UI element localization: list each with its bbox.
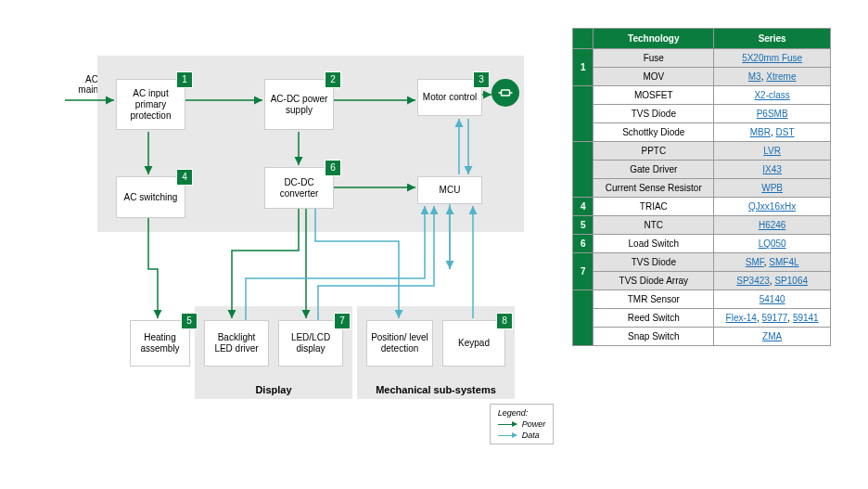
series-link[interactable]: H6246 (759, 220, 785, 230)
block-backlight-led-driver: Backlight LED driver (204, 320, 269, 367)
table-series-cell: 5X20mm Fuse (714, 49, 831, 68)
series-link[interactable]: WPB (761, 183, 783, 193)
series-link[interactable]: 5X20mm Fuse (742, 53, 802, 63)
table-series-cell: QJxx16xHx (714, 198, 831, 216)
series-link[interactable]: MBR (750, 127, 771, 137)
table-row: 6Load SwitchLQ050 (573, 235, 831, 253)
block-label: LED/LCD display (283, 332, 338, 354)
block-heating-assembly: Heating assembly 5 (130, 320, 190, 367)
legend-box: Legend: Power Data (490, 404, 555, 444)
series-link[interactable]: SMF (746, 257, 764, 267)
table-header-num (573, 29, 594, 49)
legend-power-swatch (498, 424, 517, 425)
table-group-number: 5 (573, 216, 594, 235)
table-row: TVS DiodeP6SMB (573, 105, 831, 123)
table-tech-cell: TRIAC (594, 198, 714, 216)
table-tech-cell: TMR Sensor (594, 290, 714, 309)
series-link[interactable]: SP1064 (774, 276, 808, 286)
table-row: TMR Sensor54140 (573, 290, 831, 309)
series-link[interactable]: LQ050 (759, 238, 786, 249)
series-link[interactable]: DST (776, 127, 795, 137)
series-link[interactable]: 59141 (793, 313, 819, 323)
block-label: Backlight LED driver (209, 332, 264, 354)
series-link[interactable]: P6SMB (757, 109, 788, 119)
block-label: MCU (440, 185, 461, 196)
table-series-cell: SMF, SMF4L (714, 253, 831, 272)
table-tech-cell: TVS Diode (594, 105, 714, 123)
legend-power-label: Power (522, 419, 546, 429)
table-series-cell: X2-class (714, 86, 831, 105)
series-link[interactable]: 59177 (762, 313, 788, 323)
table-tech-cell: TVS Diode Array (594, 272, 714, 290)
table-group-number: 6 (573, 235, 594, 253)
series-link[interactable]: QJxx16xHx (748, 201, 796, 212)
table-tech-cell: MOSFET (594, 86, 714, 105)
table-series-cell: M3, Xtreme (714, 68, 831, 86)
table-group-number: 1 (573, 49, 594, 86)
components-table: Technology Series 1Fuse5X20mm FuseMOVM3,… (572, 28, 831, 346)
story-display-label: Display (195, 384, 352, 395)
table-series-cell: LVR (714, 142, 831, 161)
series-link[interactable]: X2-class (754, 90, 789, 100)
block-dc-dc-converter: DC-DC converter 6 (264, 167, 334, 209)
table-row: 4TRIACQJxx16xHx (573, 198, 831, 216)
block-badge: 1 (176, 71, 193, 88)
series-link[interactable]: 54140 (760, 294, 785, 304)
table-series-cell: 54140 (714, 290, 831, 309)
table-group-number (573, 290, 594, 346)
table-row: Gate DriverIX43 (573, 161, 831, 179)
table-tech-cell: Schottky Diode (594, 123, 714, 142)
series-link[interactable]: IX43 (762, 164, 782, 174)
motor-icon (491, 79, 519, 107)
table-row: Schottky DiodeMBR, DST (573, 123, 831, 142)
table-tech-cell: MOV (594, 68, 714, 86)
block-label: Position/ level detection (371, 332, 428, 354)
block-badge: 8 (496, 313, 513, 329)
block-diagram: AC main Display Mechanical sub-systems (37, 28, 554, 436)
svg-rect-7 (502, 90, 510, 96)
legend-data-label: Data (522, 431, 540, 440)
block-label: Keypad (458, 338, 490, 349)
block-badge: 6 (325, 160, 341, 176)
block-label: AC input primary protection (121, 88, 181, 122)
series-link[interactable]: M3 (748, 71, 761, 82)
block-badge: 4 (176, 169, 193, 186)
block-keypad: Keypad 8 (442, 320, 505, 367)
table-row: 7TVS DiodeSMF, SMF4L (573, 253, 831, 272)
table-row: 5NTCH6246 (573, 216, 831, 235)
table-series-cell: IX43 (714, 161, 831, 179)
table-row: MOSFETX2-class (573, 86, 831, 105)
block-position-level-detection: Position/ level detection (366, 320, 433, 367)
table-header-tech: Technology (594, 29, 714, 49)
table-group-number (573, 142, 594, 198)
series-link[interactable]: SMF4L (769, 257, 798, 267)
block-label: Motor control (423, 92, 477, 103)
block-label: DC-DC converter (269, 177, 329, 199)
block-badge: 3 (473, 71, 490, 88)
table-series-cell: MBR, DST (714, 123, 831, 142)
series-link[interactable]: ZMA (762, 331, 782, 341)
table-group-number: 4 (573, 198, 594, 216)
table-series-cell: H6246 (714, 216, 831, 235)
block-mcu: MCU (417, 176, 482, 204)
block-led-lcd-display: LED/LCD display 7 (278, 320, 343, 367)
series-link[interactable]: SP3423 (736, 276, 770, 286)
block-badge: 7 (334, 313, 351, 329)
legend-title: Legend: (498, 408, 546, 418)
series-link[interactable]: Flex-14 (726, 313, 757, 323)
table-series-cell: ZMA (714, 328, 831, 346)
table-series-cell: P6SMB (714, 105, 831, 123)
table-series-cell: WPB (714, 179, 831, 198)
series-link[interactable]: Xtreme (766, 71, 796, 82)
table-tech-cell: Snap Switch (594, 328, 714, 346)
block-ac-input-protection: AC input primary protection 1 (116, 79, 185, 130)
ac-main-label: AC main (63, 74, 98, 95)
table-row: PPTCLVR (573, 142, 831, 161)
table-row: Current Sense ResistorWPB (573, 179, 831, 198)
series-link[interactable]: LVR (763, 146, 781, 156)
block-label: Heating assembly (134, 332, 185, 354)
table-row: Snap SwitchZMA (573, 328, 831, 346)
block-label: AC switching (124, 192, 178, 203)
table-tech-cell: TVS Diode (594, 253, 714, 272)
legend-data-swatch (498, 435, 517, 436)
